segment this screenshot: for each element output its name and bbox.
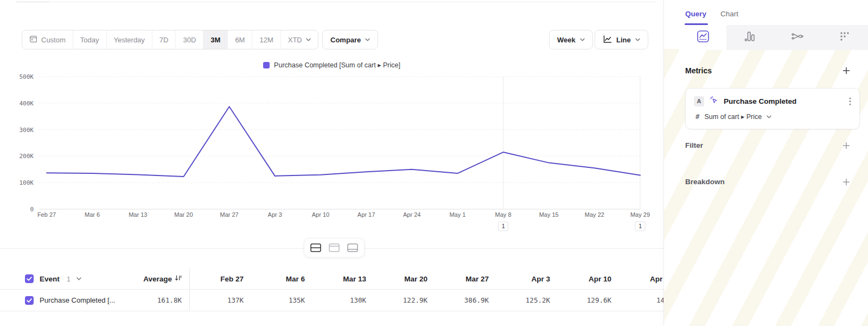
legend-item[interactable]: Purchase Completed [Sum of cart ▸ Price]	[263, 61, 400, 69]
range-xtd[interactable]: XTD	[280, 30, 318, 49]
svg-text:Mar 13: Mar 13	[129, 211, 147, 218]
add-breakdown-button[interactable]	[843, 178, 850, 186]
viz-insights-button[interactable]	[679, 25, 726, 50]
metrics-title: Metrics	[685, 66, 712, 75]
event-pointer-icon	[710, 96, 718, 106]
svg-text:300K: 300K	[20, 127, 34, 134]
svg-text:100K: 100K	[20, 179, 34, 186]
chart-legend: Purchase Completed [Sum of cart ▸ Price]	[0, 61, 663, 69]
cell-value: 125.2K	[496, 296, 558, 304]
svg-text:Feb 27: Feb 27	[37, 211, 56, 218]
chart-type-button[interactable]: Line	[595, 30, 648, 49]
range-yesterday[interactable]: Yesterday	[106, 30, 152, 49]
breakdown-section[interactable]: Breakdown	[685, 178, 850, 186]
date-range-selector: Custom Today Yesterday 7D 30D 3M 6M 12M …	[22, 30, 318, 49]
tab-chart[interactable]: Chart	[720, 10, 738, 25]
metric-card[interactable]: A Purchase Completed # Sum of cart ▸ Pri…	[685, 88, 860, 129]
range-12m[interactable]: 12M	[252, 30, 280, 49]
kebab-menu-icon[interactable]	[849, 97, 851, 105]
top-divider-segment	[16, 2, 50, 2]
viz-retention-button[interactable]	[821, 25, 868, 50]
dot-grid-icon	[839, 31, 850, 44]
tab-query[interactable]: Query	[685, 10, 706, 25]
column-header: Mar 6	[251, 275, 312, 283]
chevron-down-icon	[580, 38, 585, 41]
flows-icon	[791, 30, 804, 45]
column-header: Feb 27	[190, 275, 251, 283]
svg-text:400K: 400K	[20, 100, 34, 107]
add-filter-button[interactable]	[843, 142, 850, 149]
metrics-section-header: Metrics	[685, 66, 850, 75]
svg-text:Mar 20: Mar 20	[174, 211, 193, 218]
svg-text:Mar 6: Mar 6	[85, 211, 100, 218]
sidebar-tabs: Query Chart	[664, 0, 868, 25]
visualization-type-row	[679, 25, 868, 50]
calendar-icon	[29, 35, 37, 45]
svg-text:200K: 200K	[20, 153, 34, 160]
cell-value: 129.6K	[558, 296, 619, 304]
table-header-row: Event 1 Average Feb 27 Mar 6 Mar 13 Mar …	[0, 268, 663, 289]
event-header-label: Event	[40, 275, 60, 283]
svg-text:May 22: May 22	[585, 211, 604, 218]
results-table: Event 1 Average Feb 27 Mar 6 Mar 13 Mar …	[0, 249, 663, 326]
range-custom[interactable]: Custom	[22, 30, 73, 49]
insights-report: Custom Today Yesterday 7D 30D 3M 6M 12M …	[0, 0, 868, 326]
svg-text:Mar 27: Mar 27	[220, 211, 238, 218]
svg-text:Apr 24: Apr 24	[403, 211, 420, 218]
svg-text:May 8: May 8	[495, 211, 512, 218]
column-header: Mar 27	[435, 275, 496, 283]
cell-value: 122.9K	[374, 296, 435, 304]
svg-text:1: 1	[639, 223, 642, 230]
range-3m-active[interactable]: 3M	[203, 30, 227, 49]
range-6m[interactable]: 6M	[227, 30, 252, 49]
granularity-button[interactable]: Week	[549, 30, 593, 49]
viz-flows-button[interactable]	[774, 25, 821, 50]
query-sidebar: Query Chart	[663, 0, 868, 326]
svg-text:Apr 3: Apr 3	[268, 211, 282, 218]
range-today[interactable]: Today	[73, 30, 106, 49]
svg-text:Apr 10: Apr 10	[312, 211, 329, 218]
series-swatch	[263, 62, 270, 68]
aggregation-label: Sum of cart ▸ Price	[705, 112, 762, 121]
metric-card-header: A Purchase Completed	[694, 96, 851, 106]
range-label: Custom	[41, 36, 66, 44]
bar-chart-icon	[744, 30, 756, 45]
chevron-down-icon	[767, 115, 771, 118]
svg-text:May 15: May 15	[539, 211, 559, 218]
svg-text:0: 0	[30, 206, 34, 213]
cell-value: 141K	[619, 296, 663, 304]
chevron-down-icon	[306, 38, 311, 41]
cell-value: 137K	[190, 296, 251, 304]
annotation-badge: 1	[499, 222, 508, 231]
column-header: Apr 10	[558, 275, 619, 283]
svg-text:May 1: May 1	[449, 211, 465, 218]
chevron-down-icon	[635, 38, 640, 41]
column-header: Mar 13	[312, 275, 374, 283]
event-header-cell[interactable]: Event 1	[0, 274, 141, 283]
average-header-cell[interactable]: Average	[141, 268, 190, 289]
metric-letter-badge: A	[694, 96, 704, 106]
svg-text:1: 1	[501, 223, 505, 230]
row-event-cell[interactable]: Purchase Completed [...	[0, 296, 141, 305]
table-row[interactable]: Purchase Completed [... 161.8K 137K 135K…	[0, 289, 663, 311]
cell-value: 135K	[251, 296, 312, 304]
filter-section[interactable]: Filter	[685, 141, 850, 149]
svg-text:500K: 500K	[20, 73, 34, 80]
column-header: Apr 17	[619, 275, 663, 283]
svg-text:May 29: May 29	[630, 211, 650, 218]
range-30d[interactable]: 30D	[175, 30, 203, 49]
row-checkbox[interactable]	[25, 296, 34, 305]
add-metric-button[interactable]	[843, 67, 850, 74]
line-chart: 0100K200K300K400K500KFeb 27Mar 6Mar 13Ma…	[0, 73, 663, 236]
cell-value: 386.9K	[435, 296, 496, 304]
chevron-down-icon	[76, 277, 81, 280]
insights-chart-icon	[697, 30, 710, 45]
metric-aggregation-selector[interactable]: # Sum of cart ▸ Price	[694, 112, 851, 121]
select-all-checkbox[interactable]	[25, 274, 34, 283]
metric-name: Purchase Completed	[724, 97, 844, 105]
compare-button[interactable]: Compare	[322, 30, 378, 49]
svg-text:Apr 17: Apr 17	[358, 211, 375, 218]
chevron-down-icon	[365, 38, 370, 41]
viz-funnels-button[interactable]	[726, 25, 774, 50]
range-7d[interactable]: 7D	[152, 30, 176, 49]
